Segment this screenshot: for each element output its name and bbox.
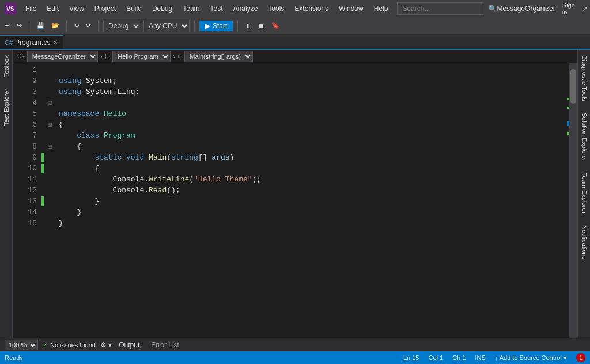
status-bar: Ready Ln 15 Col 1 Ch 1 INS ↑ Add to Sour… [0,351,590,364]
scrollbar-thumb[interactable] [570,69,576,104]
toolbar-sep-3 [98,20,99,32]
history-icon[interactable]: ⟲ [71,21,81,31]
menu-team[interactable]: Team [178,2,204,15]
menu-help[interactable]: Help [369,2,393,15]
code-content[interactable]: using System; using System.Linq; namespa… [54,63,565,338]
col-status: Col 1 [428,354,443,361]
menu-project[interactable]: Project [90,2,120,15]
menu-analyze[interactable]: Analyze [229,2,263,15]
breadcrumb-sep-2: › [173,52,175,60]
upload-icon: ↑ [495,354,498,361]
gutter-mark-13 [41,196,44,206]
menu-bar: File Edit View Project Build Debug Team … [21,2,392,15]
editor-container: C# MessageOrganizer › { } Hello.Program … [13,50,577,338]
tab-row: C# Program.cs ✕ [0,35,590,50]
gutter-line-13 [41,196,54,207]
bottom-tabs: 100 % ✓ No issues found ⚙ ▾ Output Error… [0,338,590,351]
collapse-namespace-icon[interactable]: ⊟ [47,100,52,106]
gutter-line-11 [41,174,54,185]
menu-debug[interactable]: Debug [148,2,177,15]
check-icon: ✓ [43,341,48,348]
play-icon: ▶ [205,22,210,30]
open-icon[interactable]: 📂 [49,21,62,31]
sidebar-item-notifications[interactable]: Notifications [578,219,590,266]
toolbar-extra-2[interactable]: ⏹ [256,21,267,31]
search-input[interactable] [397,2,483,15]
toolbar-extra-3[interactable]: 🔖 [269,21,282,31]
redo-icon[interactable]: ↪ [14,21,24,31]
tab-output[interactable]: Output [114,340,144,350]
save-icon[interactable]: 💾 [34,21,47,31]
bottom-left: 100 % ✓ No issues found ⚙ ▾ [5,340,112,350]
zoom-select[interactable]: 100 % [5,340,38,350]
menu-file[interactable]: File [21,2,41,15]
liveshare-button[interactable]: ↗ Live Share [582,1,590,17]
breadcrumb-method-icon: ⊕ [177,53,182,59]
notification-badge[interactable]: 1 [576,353,585,362]
breadcrumb-sep-1: › [100,52,103,60]
breadcrumb-project-select[interactable]: MessageOrganizer [27,51,98,62]
gutter-line-9 [41,152,54,163]
collapse-method-icon[interactable]: ⊟ [47,143,52,150]
title-bar-right: MessageOrganizer Sign in ↗ Live Share ⇄ … [497,1,590,17]
platform-select[interactable]: Any CPU [143,20,190,32]
tab-label: Program.cs [15,39,50,47]
vs-logo: VS [5,3,16,14]
sidebar-item-team-explorer[interactable]: Team Explorer [578,167,590,219]
play-label: Start [213,22,227,30]
ready-status: Ready [5,354,23,361]
gutter-line-15 [41,218,54,229]
toolbar-extra-1[interactable]: ⏸ [243,21,254,31]
settings-icon[interactable]: ⚙ ▾ [100,341,112,349]
issues-indicator: ✓ No issues found [43,341,96,348]
collapse-class-icon[interactable]: ⊟ [47,122,52,128]
breadcrumb-file-select[interactable]: Hello.Program [112,51,171,62]
gutter-line-5 [41,108,54,119]
breadcrumb-ns-icon: { } [105,53,110,59]
menu-view[interactable]: View [65,2,89,15]
toolbar-sep-5 [237,20,238,32]
source-control-button[interactable]: ↑ Add to Source Control ▾ [495,354,567,362]
debug-mode-select[interactable]: Debug [103,20,141,32]
menu-test[interactable]: Test [206,2,228,15]
tab-close-button[interactable]: ✕ [52,39,58,47]
menu-extensions[interactable]: Extensions [290,2,333,15]
undo-icon[interactable]: ↩ [2,21,12,31]
right-sidebar: Diagnostic Tools Solution Explorer Team … [577,50,590,338]
gutter-line-6: ⊟ [41,119,54,130]
sidebar-item-test-explorer[interactable]: Test Explorer [1,83,12,131]
gutter-line-14 [41,207,54,218]
source-control-label: Add to Source Control [500,354,562,361]
forward-icon[interactable]: ⟳ [84,21,93,31]
toolbar-sep-4 [194,20,195,32]
sidebar-item-solution-explorer[interactable]: Solution Explorer [578,107,590,167]
gutter-mark-9 [41,153,44,162]
toolbar-sep-1 [29,20,29,32]
tab-program-cs[interactable]: C# Program.cs ✕ [0,35,63,49]
menu-tools[interactable]: Tools [263,2,289,15]
editor-scrollbar[interactable] [569,63,577,338]
sidebar-item-diagnostic-tools[interactable]: Diagnostic Tools [578,50,590,107]
signin-button[interactable]: Sign in [560,1,577,17]
line-status: Ln 15 [403,354,419,361]
sidebar-item-toolbox[interactable]: Toolbox [1,50,12,83]
tab-cs-icon: C# [5,39,13,46]
app-title: MessageOrganizer [497,5,555,13]
gutter: ⊟ ⊟ ⊟ [41,63,54,338]
breadcrumb-cs-icon: C# [17,53,25,59]
source-control-arrow: ▾ [563,354,567,361]
tab-error-list[interactable]: Error List [146,340,184,350]
line-numbers: 1 2 3 4 5 6 7 8 9 10 11 12 13 14 15 [13,63,41,338]
gutter-line-7 [41,130,54,141]
issues-label: No issues found [50,342,96,348]
gutter-line-4: ⊟ [41,97,54,108]
menu-window[interactable]: Window [334,2,368,15]
menu-edit[interactable]: Edit [42,2,63,15]
breadcrumb-method-select[interactable]: Main(string[] args) [184,51,253,62]
left-sidebar: Toolbox Test Explorer [0,50,13,338]
gutter-line-1 [41,65,54,75]
ins-status: INS [475,354,485,361]
ch-status: Ch 1 [452,354,466,361]
start-button[interactable]: ▶ Start [199,21,233,31]
menu-build[interactable]: Build [122,2,146,15]
